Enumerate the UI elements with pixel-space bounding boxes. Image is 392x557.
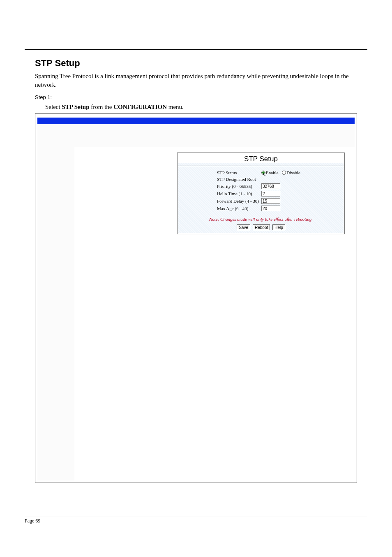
row-priority: Priority (0 - 65535)	[216, 183, 304, 190]
sidebar-area	[37, 147, 74, 481]
input-fwd[interactable]	[261, 198, 280, 204]
step-prefix: Select	[45, 104, 62, 110]
screenshot-frame: STP Setup STP Status Enable Disable ↖ ST…	[35, 113, 357, 483]
section-heading: STP Setup	[35, 58, 392, 69]
footer-page: Page 69	[25, 518, 40, 524]
footer-row: Page 69	[25, 518, 367, 524]
label-fwd: Forward Delay (4 - 30)	[216, 198, 260, 204]
step-text: Select STP Setup from the CONFIGURATION …	[45, 104, 392, 111]
input-priority[interactable]	[261, 183, 280, 189]
label-status: STP Status	[216, 169, 260, 176]
step-end: menu.	[167, 104, 184, 110]
label-maxage: Max Age (6 - 40)	[216, 205, 260, 212]
radio-disable-label: Disable	[286, 170, 300, 175]
panel-divider	[178, 166, 344, 166]
top-rule	[25, 49, 367, 50]
row-fwd: Forward Delay (4 - 30)	[216, 198, 304, 204]
step-bold2: CONFIGURATION	[113, 104, 167, 110]
label-designated: STP Designated Root	[216, 176, 260, 182]
row-status: STP Status Enable Disable ↖	[216, 169, 304, 176]
form-table: STP Status Enable Disable ↖ STP Designat…	[215, 169, 304, 213]
value-designated	[261, 176, 304, 182]
stp-panel-inner: STP Setup STP Status Enable Disable ↖ ST…	[178, 154, 344, 233]
note-text: Note: Changes made will only take effect…	[178, 217, 344, 222]
step-suffix: from the	[90, 104, 114, 110]
radio-enable-label: Enable	[266, 170, 279, 175]
window-titlebar	[37, 118, 355, 124]
label-hello: Hello Time (1 - 10)	[216, 190, 260, 197]
row-hello: Hello Time (1 - 10)	[216, 190, 304, 197]
toolbar-area	[37, 124, 355, 147]
row-maxage: Max Age (6 - 40)	[216, 205, 304, 212]
radio-disable[interactable]	[282, 171, 286, 175]
help-button[interactable]: Help	[272, 224, 285, 230]
reboot-button[interactable]: Reboot	[253, 224, 270, 230]
input-hello[interactable]	[261, 191, 280, 196]
row-designated: STP Designated Root	[216, 176, 304, 182]
input-maxage[interactable]	[261, 206, 280, 211]
panel-title: STP Setup	[178, 154, 344, 163]
label-priority: Priority (0 - 65535)	[216, 183, 260, 190]
radio-enable[interactable]	[261, 171, 265, 175]
button-row: Save Reboot Help	[178, 223, 344, 231]
save-button[interactable]: Save	[237, 224, 250, 230]
section-body: Spanning Tree Protocol is a link managem…	[35, 72, 351, 89]
cell-status-controls: Enable Disable ↖	[261, 169, 304, 176]
step-label: Step 1:	[35, 94, 392, 100]
stp-panel: STP Setup STP Status Enable Disable ↖ ST…	[177, 153, 345, 234]
step-bold1: STP Setup	[62, 104, 89, 110]
footer-rule	[25, 516, 367, 516]
